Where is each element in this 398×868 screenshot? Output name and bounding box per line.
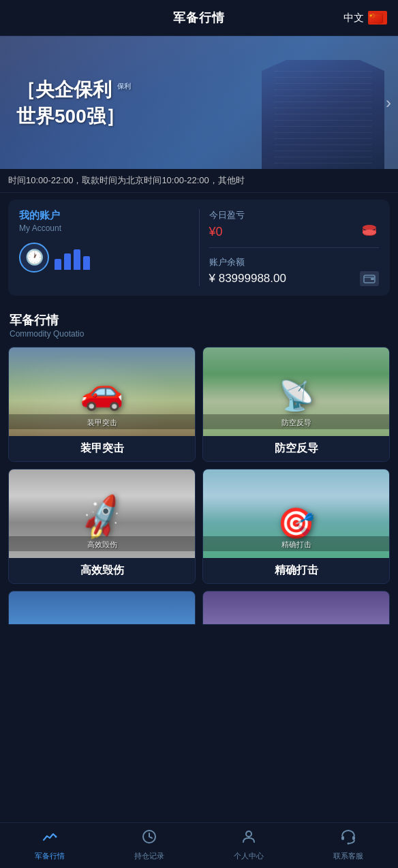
nav-icon-holdings — [141, 828, 157, 849]
commodity-card-airdefense[interactable]: 📡 防空反导 防空反导 — [202, 347, 390, 462]
language-selector[interactable]: 中文 — [343, 11, 387, 25]
pnl-value: ¥0 — [209, 225, 223, 239]
section-title-en: Commodity Quotatio — [10, 329, 388, 339]
clock-symbol: 🕐 — [25, 249, 44, 266]
bar-1 — [55, 259, 61, 270]
nav-label-market: 军备行情 — [35, 851, 65, 861]
banner: ［央企保利 保利 世界500强］ › — [0, 36, 398, 169]
bar-3 — [74, 249, 80, 270]
banner-building — [262, 60, 384, 169]
commodity-overlay-higheff: 高效毁伤 — [87, 540, 117, 548]
commodity-image-armored: 🚗 装甲突击 — [9, 347, 195, 436]
header: 军备行情 中文 — [0, 0, 398, 36]
svg-rect-8 — [352, 836, 355, 840]
bar-4 — [83, 256, 90, 270]
database-icon — [360, 224, 379, 239]
tank-symbol: 🚗 — [80, 371, 124, 412]
ticker-text: 时间10:00-22:00，取款时间为北京时间10:00-22:00，其他时 — [8, 175, 245, 185]
banner-line2: 世界500强］ — [16, 103, 131, 129]
commodity-name-precision: 精确打击 — [203, 558, 389, 583]
svg-point-9 — [348, 843, 350, 845]
commodity-image-precision: 🎯 精确打击 — [203, 469, 389, 558]
nav-label-holdings: 持仓记录 — [134, 851, 164, 861]
nav-item-holdings[interactable]: 持仓记录 — [99, 828, 199, 861]
nav-icon-market — [42, 828, 58, 849]
commodity-name-airdefense: 防空反导 — [203, 436, 389, 461]
commodity-card-partial-1[interactable] — [8, 591, 196, 625]
wallet-icon[interactable] — [360, 271, 379, 286]
ticker-bar: 时间10:00-22:00，取款时间为北京时间10:00-22:00，其他时 — [0, 169, 398, 193]
nav-label-profile: 个人中心 — [234, 851, 264, 861]
svg-rect-3 — [371, 278, 374, 280]
commodity-card-partial-2[interactable] — [202, 591, 390, 625]
commodity-overlay-armored: 装甲突击 — [87, 418, 117, 427]
account-left: 我的账户 My Account 🕐 — [19, 209, 200, 286]
nav-label-support: 联系客服 — [333, 851, 363, 861]
account-subtitle: My Account — [19, 223, 189, 233]
pnl-section: 今日盈亏 ¥0 — [209, 209, 380, 248]
commodity-overlay-airdefense: 防空反导 — [281, 418, 311, 427]
svg-rect-7 — [341, 836, 344, 840]
section-header: 军备行情 Commodity Quotatio — [0, 303, 398, 341]
language-label: 中文 — [343, 12, 364, 25]
section-title-cn: 军备行情 — [10, 312, 388, 328]
bar-chart-icon — [55, 245, 90, 270]
svg-point-4 — [55, 836, 57, 838]
banner-next-arrow[interactable]: › — [386, 93, 391, 112]
account-icons: 🕐 — [19, 243, 189, 273]
commodity-overlay-precision: 精确打击 — [281, 540, 311, 548]
commodity-name-higheff: 高效毁伤 — [9, 558, 195, 583]
commodity-name-armored: 装甲突击 — [9, 436, 195, 461]
commodity-card-armored[interactable]: 🚗 装甲突击 装甲突击 — [8, 347, 196, 462]
nav-item-support[interactable]: 联系客服 — [298, 828, 398, 861]
nav-icon-profile — [241, 828, 257, 849]
svg-point-6 — [246, 831, 251, 837]
bar-2 — [64, 253, 71, 270]
account-title: 我的账户 — [19, 209, 189, 222]
svg-point-0 — [363, 225, 376, 230]
nav-item-market[interactable]: 军备行情 — [0, 828, 99, 861]
pnl-row: ¥0 — [209, 224, 380, 239]
banner-text: ［央企保利 保利 世界500强］ — [16, 76, 131, 129]
nav-item-profile[interactable]: 个人中心 — [199, 828, 298, 861]
account-card: 我的账户 My Account 🕐 今日盈亏 ¥0 — [8, 200, 390, 296]
balance-label: 账户余额 — [209, 256, 380, 268]
svg-point-1 — [363, 230, 376, 235]
banner-line1: ［央企保利 保利 — [16, 76, 131, 102]
bottom-spacer — [0, 630, 398, 678]
commodity-card-precision[interactable]: 🎯 精确打击 精确打击 — [202, 469, 390, 584]
balance-value: ¥ 83999988.00 — [209, 272, 286, 285]
flag-icon — [368, 11, 387, 25]
commodity-image-higheff: 🚀 高效毁伤 — [9, 469, 195, 558]
radar-symbol: 📡 — [279, 379, 314, 412]
account-section: 我的账户 My Account 🕐 今日盈亏 ¥0 — [0, 193, 398, 303]
bottom-nav: 军备行情 持仓记录 个人中心 联系 — [0, 822, 398, 868]
pnl-label: 今日盈亏 — [209, 209, 380, 221]
clock-icon: 🕐 — [19, 243, 49, 273]
balance-section: 账户余额 ¥ 83999988.00 — [209, 256, 380, 286]
commodity-image-airdefense: 📡 防空反导 — [203, 347, 389, 436]
account-right: 今日盈亏 ¥0 账户余额 ¥ 83999988.00 — [200, 209, 380, 286]
nav-icon-support — [340, 828, 356, 849]
commodity-card-higheff[interactable]: 🚀 高效毁伤 高效毁伤 — [8, 469, 196, 584]
balance-row: ¥ 83999988.00 — [209, 271, 380, 286]
header-title: 军备行情 — [173, 10, 225, 26]
commodity-grid: 🚗 装甲突击 装甲突击 📡 防空反导 防空反导 🚀 高效毁伤 高效毁伤 🎯 — [0, 341, 398, 630]
